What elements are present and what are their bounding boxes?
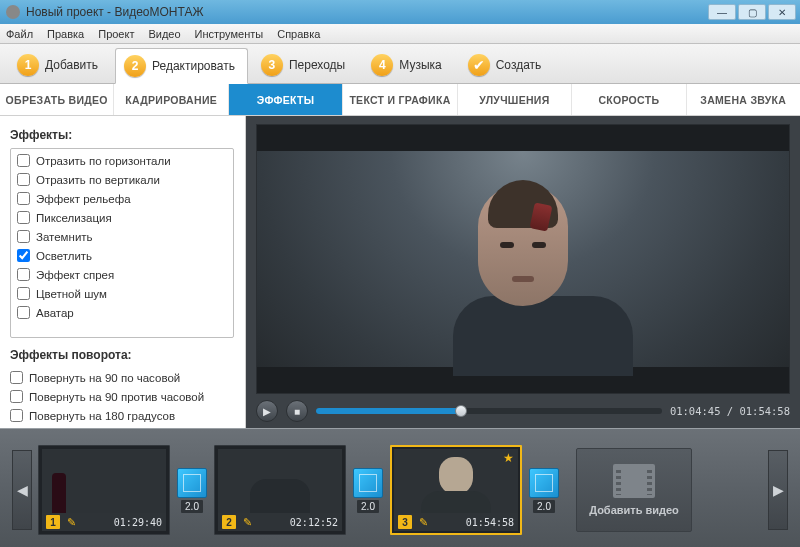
video-frame — [257, 125, 789, 393]
clip-index: 2 — [222, 515, 236, 529]
transition-icon[interactable] — [529, 468, 559, 498]
effect-avatar[interactable]: Аватар — [11, 303, 233, 322]
minimize-button[interactable]: — — [708, 4, 736, 20]
step-number-icon: 3 — [261, 54, 283, 76]
transition-duration: 2.0 — [181, 500, 203, 513]
transition-1: 2.0 — [176, 468, 208, 513]
effects-list[interactable]: Отразить по горизонтали Отразить по верт… — [10, 148, 234, 338]
menu-edit[interactable]: Правка — [47, 28, 84, 40]
effect-pixel[interactable]: Пикселизация — [11, 208, 233, 227]
clip-3[interactable]: ★ 3 ✎ 01:54:58 — [390, 445, 522, 535]
sub-tabs: ОБРЕЗАТЬ ВИДЕО КАДРИРОВАНИЕ ЭФФЕКТЫ ТЕКС… — [0, 84, 800, 116]
window-title: Новый проект - ВидеоМОНТАЖ — [26, 5, 706, 19]
effects-header: Эффекты: — [10, 128, 245, 142]
step-number-icon: 1 — [17, 54, 39, 76]
clip-thumbnail: ★ — [394, 449, 518, 513]
stop-button[interactable]: ■ — [286, 400, 308, 422]
clip-duration: 01:54:58 — [434, 517, 514, 528]
timeline-next-button[interactable]: ▶ — [768, 450, 788, 530]
checkbox[interactable] — [10, 390, 23, 403]
checkbox[interactable] — [17, 306, 30, 319]
effect-spray[interactable]: Эффект спрея — [11, 265, 233, 284]
step-transitions[interactable]: 3 Переходы — [252, 47, 358, 83]
effect-flip-v[interactable]: Отразить по вертикали — [11, 170, 233, 189]
pencil-icon[interactable]: ✎ — [416, 515, 430, 529]
tab-enhance[interactable]: УЛУЧШЕНИЯ — [458, 84, 572, 115]
menu-video[interactable]: Видео — [148, 28, 180, 40]
pencil-icon[interactable]: ✎ — [64, 515, 78, 529]
clip-2[interactable]: 2 ✎ 02:12:52 — [214, 445, 346, 535]
rotate-180[interactable]: Повернуть на 180 градусов — [10, 406, 245, 425]
tab-effects[interactable]: ЭФФЕКТЫ — [229, 84, 343, 115]
effect-flip-h[interactable]: Отразить по горизонтали — [11, 151, 233, 170]
menu-tools[interactable]: Инструменты — [195, 28, 264, 40]
transition-3: 2.0 — [528, 468, 560, 513]
clip-index: 1 — [46, 515, 60, 529]
checkbox[interactable] — [17, 192, 30, 205]
tab-text[interactable]: ТЕКСТ И ГРАФИКА — [343, 84, 457, 115]
checkbox[interactable] — [17, 154, 30, 167]
menu-bar: Файл Правка Проект Видео Инструменты Спр… — [0, 24, 800, 44]
title-bar: Новый проект - ВидеоМОНТАЖ — ▢ ✕ — [0, 0, 800, 24]
step-create[interactable]: ✔ Создать — [459, 47, 555, 83]
tab-crop[interactable]: КАДРИРОВАНИЕ — [114, 84, 228, 115]
clip-thumbnail — [42, 449, 166, 513]
transition-duration: 2.0 — [357, 500, 379, 513]
transition-duration: 2.0 — [533, 500, 555, 513]
checkbox[interactable] — [17, 230, 30, 243]
maximize-button[interactable]: ▢ — [738, 4, 766, 20]
play-button[interactable]: ▶ — [256, 400, 278, 422]
menu-file[interactable]: Файл — [6, 28, 33, 40]
checkbox[interactable] — [17, 173, 30, 186]
timeline-prev-button[interactable]: ◀ — [12, 450, 32, 530]
step-tabs: 1 Добавить 2 Редактировать 3 Переходы 4 … — [0, 44, 800, 84]
menu-project[interactable]: Проект — [98, 28, 134, 40]
effect-lighten[interactable]: Осветлить — [11, 246, 233, 265]
add-video-label: Добавить видео — [589, 504, 679, 516]
app-icon — [6, 5, 20, 19]
film-icon — [613, 464, 655, 498]
step-label: Переходы — [289, 58, 345, 72]
step-add[interactable]: 1 Добавить — [8, 47, 111, 83]
clip-1[interactable]: 1 ✎ 01:29:40 — [38, 445, 170, 535]
step-label: Редактировать — [152, 59, 235, 73]
checkbox[interactable] — [17, 268, 30, 281]
pencil-icon[interactable]: ✎ — [240, 515, 254, 529]
clip-strip: 1 ✎ 01:29:40 2.0 2 ✎ 02:12:52 2.0 ★ — [38, 445, 692, 535]
step-number-icon: 4 — [371, 54, 393, 76]
tab-speed[interactable]: СКОРОСТЬ — [572, 84, 686, 115]
effect-relief[interactable]: Эффект рельефа — [11, 189, 233, 208]
preview-panel: ▶ ■ 01:04:45 / 01:54:58 — [246, 116, 800, 428]
step-label: Добавить — [45, 58, 98, 72]
seek-bar[interactable] — [316, 408, 662, 414]
transition-icon[interactable] — [353, 468, 383, 498]
step-edit[interactable]: 2 Редактировать — [115, 48, 248, 84]
transition-2: 2.0 — [352, 468, 384, 513]
tab-audio[interactable]: ЗАМЕНА ЗВУКА — [687, 84, 800, 115]
rotate-ccw90[interactable]: Повернуть на 90 против часовой — [10, 387, 245, 406]
effect-darken[interactable]: Затемнить — [11, 227, 233, 246]
work-area: Эффекты: Отразить по горизонтали Отразит… — [0, 116, 800, 429]
video-preview[interactable] — [256, 124, 790, 394]
add-video-button[interactable]: Добавить видео — [576, 448, 692, 532]
clip-duration: 02:12:52 — [258, 517, 338, 528]
clip-duration: 01:29:40 — [82, 517, 162, 528]
transition-icon[interactable] — [177, 468, 207, 498]
checkbox[interactable] — [10, 409, 23, 422]
seek-thumb[interactable] — [455, 405, 467, 417]
effect-noise[interactable]: Цветной шум — [11, 284, 233, 303]
checkbox[interactable] — [17, 287, 30, 300]
checkbox[interactable] — [17, 211, 30, 224]
tab-trim[interactable]: ОБРЕЗАТЬ ВИДЕО — [0, 84, 114, 115]
time-display: 01:04:45 / 01:54:58 — [670, 405, 790, 417]
rotate-cw90[interactable]: Повернуть на 90 по часовой — [10, 368, 245, 387]
star-icon: ★ — [503, 451, 514, 465]
clip-index: 3 — [398, 515, 412, 529]
effects-panel: Эффекты: Отразить по горизонтали Отразит… — [0, 116, 246, 428]
step-label: Создать — [496, 58, 542, 72]
step-music[interactable]: 4 Музыка — [362, 47, 454, 83]
checkbox[interactable] — [17, 249, 30, 262]
close-button[interactable]: ✕ — [768, 4, 796, 20]
checkbox[interactable] — [10, 371, 23, 384]
menu-help[interactable]: Справка — [277, 28, 320, 40]
